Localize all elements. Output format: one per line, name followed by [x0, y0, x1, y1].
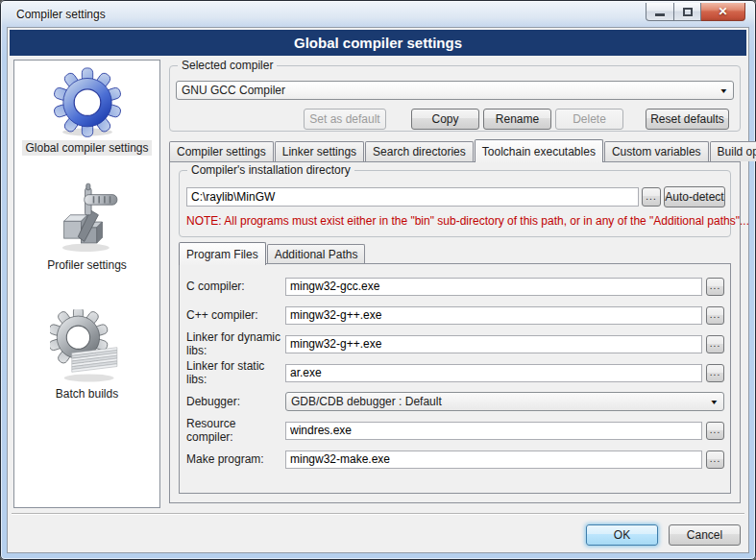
tab-custom-variables[interactable]: Custom variables	[604, 141, 709, 161]
maximize-icon	[683, 8, 693, 16]
toolchain-executables-panel: Compiler's installation directory ... Au…	[169, 161, 741, 503]
selected-compiler-group: Selected compiler GNU GCC Compiler ▼ Set…	[169, 65, 741, 132]
minimize-button[interactable]	[646, 3, 674, 21]
linker-for-dynamic-libs-input[interactable]	[285, 335, 702, 353]
field-row-linker-for-dynamic-libs: Linker for dynamic libs:...	[180, 329, 730, 358]
field-row-c-compiler: C compiler:...	[180, 272, 730, 301]
field-row-linker-for-static-libs: Linker for static libs:...	[180, 358, 730, 387]
field-row-c-compiler: C++ compiler:...	[180, 301, 730, 329]
dialog-client-area: Global compiler settings	[7, 27, 749, 553]
field-label: Linker for dynamic libs:	[186, 330, 285, 357]
chevron-down-icon: ▼	[719, 87, 729, 94]
browse-button[interactable]: ...	[706, 422, 724, 440]
set-as-default-button[interactable]: Set as default	[304, 109, 386, 130]
field-label: Debugger:	[186, 395, 285, 408]
delete-button[interactable]: Delete	[555, 109, 623, 130]
footer-separator	[12, 513, 744, 514]
window-title: Compiler settings	[16, 8, 106, 21]
field-row-make-program: Make program:...	[180, 445, 730, 474]
sidebar-item-profiler-settings[interactable]: Profiler settings	[14, 181, 159, 273]
autodetect-button[interactable]: Auto-detect	[664, 186, 725, 207]
field-label: Linker for static libs:	[186, 359, 285, 386]
browse-button[interactable]: ...	[706, 450, 724, 469]
dialog-window: Compiler settings ✕ Global compiler sett…	[0, 0, 756, 560]
sidebar-item-label: Batch builds	[53, 386, 121, 402]
field-label: C compiler:	[186, 280, 285, 293]
browse-button[interactable]: ...	[706, 335, 724, 353]
window-controls: ✕	[646, 3, 745, 21]
rename-button[interactable]: Rename	[483, 109, 551, 130]
group-legend: Selected compiler	[178, 59, 277, 72]
c-compiler-input[interactable]	[285, 306, 702, 325]
group-legend: Compiler's installation directory	[187, 163, 354, 177]
chevron-down-icon: ▼	[710, 399, 719, 405]
field-row-debugger: Debugger:GDB/CDB debugger : Default▼	[180, 387, 730, 416]
install-dir-browse-button[interactable]: ...	[642, 187, 661, 207]
browse-button[interactable]: ...	[706, 278, 724, 296]
settings-category-list: Global compiler settings	[13, 60, 160, 508]
make-program-input[interactable]	[285, 450, 702, 469]
tab-additional-paths[interactable]: Additional Paths	[267, 244, 366, 264]
minimize-icon	[655, 13, 665, 16]
compiler-select-value: GNU GCC Compiler	[182, 84, 285, 97]
field-label: Resource compiler:	[186, 417, 285, 444]
tab-search-directories[interactable]: Search directories	[365, 141, 474, 161]
tab-compiler-settings[interactable]: Compiler settings	[169, 141, 274, 161]
program-files-tab-strip: Program Files Additional Paths	[179, 243, 366, 264]
maximize-button[interactable]	[674, 3, 701, 21]
linker-for-static-libs-input[interactable]	[285, 364, 702, 382]
close-icon: ✕	[718, 5, 727, 18]
browse-button[interactable]: ...	[706, 364, 724, 382]
compiler-actions: Set as defaultCopyRenameDeleteReset defa…	[170, 109, 740, 130]
c-compiler-input[interactable]	[285, 278, 702, 296]
field-label: Make program:	[186, 452, 285, 466]
sidebar-item-label: Profiler settings	[44, 257, 130, 273]
reset-defaults-button[interactable]: Reset defaults	[646, 109, 729, 130]
debugger-select-value: GDB/CDB debugger : Default	[291, 395, 442, 408]
sidebar-item-label: Global compiler settings	[22, 140, 151, 156]
install-note: NOTE: All programs must exist either in …	[186, 214, 749, 228]
install-dir-group: Compiler's installation directory ... Au…	[179, 170, 731, 237]
main-tab-strip: Compiler settingsLinker settingsSearch d…	[169, 139, 743, 161]
sidebar-item-batch-builds[interactable]: Batch builds	[14, 309, 159, 402]
field-row-resource-compiler: Resource compiler:...	[180, 416, 730, 445]
compiler-select[interactable]: GNU GCC Compiler ▼	[176, 81, 734, 100]
cancel-button[interactable]: Cancel	[669, 524, 741, 546]
toolchain-fields: C compiler:...C++ compiler:...Linker for…	[180, 272, 730, 474]
sidebar-item-global-compiler-settings[interactable]: Global compiler settings	[14, 63, 159, 156]
field-label: C++ compiler:	[186, 308, 285, 322]
tab-program-files[interactable]: Program Files	[179, 242, 266, 265]
copy-button[interactable]: Copy	[411, 109, 479, 130]
resource-compiler-input[interactable]	[285, 422, 702, 440]
tab-linker-settings[interactable]: Linker settings	[275, 141, 364, 161]
close-button[interactable]: ✕	[701, 3, 745, 21]
gear-blue-icon	[50, 63, 125, 138]
install-dir-input[interactable]	[186, 187, 639, 207]
browse-button[interactable]: ...	[706, 306, 724, 325]
program-files-panel: C compiler:...C++ compiler:...Linker for…	[179, 263, 731, 494]
title-bar[interactable]: Compiler settings ✕	[2, 2, 754, 27]
batch-builds-icon	[50, 309, 125, 384]
profiler-caliper-icon	[50, 181, 125, 256]
tab-toolchain-executables[interactable]: Toolchain executables	[475, 139, 603, 162]
dialog-header: Global compiler settings	[10, 30, 746, 56]
debugger-select[interactable]: GDB/CDB debugger : Default▼	[285, 392, 724, 411]
ok-button[interactable]: OK	[586, 524, 658, 546]
tab-build-options[interactable]: Build options	[710, 141, 756, 161]
